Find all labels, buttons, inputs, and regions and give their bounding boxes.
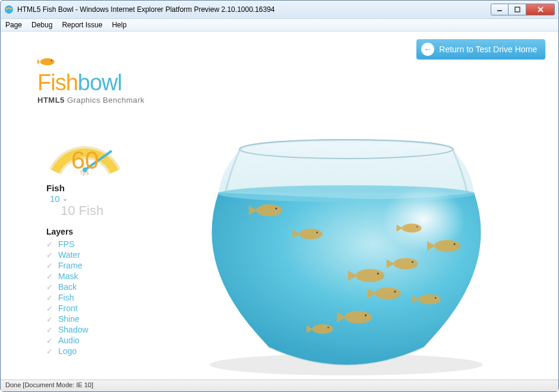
logo-part1: Fish bbox=[37, 70, 78, 95]
svg-point-28 bbox=[412, 261, 413, 263]
check-icon: ✓ bbox=[46, 336, 55, 345]
svg-point-43 bbox=[416, 226, 418, 227]
layer-toggle-shine[interactable]: ✓Shine bbox=[46, 314, 130, 324]
menu-debug[interactable]: Debug bbox=[31, 21, 52, 29]
svg-marker-6 bbox=[37, 59, 40, 64]
layer-toggle-back[interactable]: ✓Back bbox=[46, 282, 130, 292]
svg-point-37 bbox=[365, 314, 367, 316]
layer-toggle-fps[interactable]: ✓FPS bbox=[46, 239, 130, 249]
svg-point-5 bbox=[40, 58, 55, 65]
close-button[interactable] bbox=[526, 4, 555, 15]
window-controls bbox=[491, 4, 555, 15]
maximize-button[interactable] bbox=[509, 4, 526, 15]
logo-text: Fishbowl bbox=[37, 70, 144, 96]
svg-point-22 bbox=[377, 273, 379, 274]
menu-page[interactable]: Page bbox=[5, 21, 22, 29]
layers-header: Layers bbox=[46, 227, 130, 236]
fps-unit: fps bbox=[46, 170, 124, 176]
logo-part2: bowl bbox=[78, 70, 122, 95]
layer-toggle-water[interactable]: ✓Water bbox=[46, 249, 130, 260]
layer-toggle-frame[interactable]: ✓Frame bbox=[46, 260, 130, 271]
svg-point-34 bbox=[454, 244, 456, 245]
svg-point-26 bbox=[393, 258, 418, 270]
fish-count-display: 10 Fish bbox=[61, 203, 130, 219]
check-icon: ✓ bbox=[46, 261, 55, 270]
check-icon: ✓ bbox=[46, 325, 55, 334]
svg-point-19 bbox=[316, 232, 318, 233]
layer-toggle-audio[interactable]: ✓Audio bbox=[46, 335, 130, 346]
chevron-down-icon: ⌄ bbox=[62, 195, 68, 203]
svg-point-35 bbox=[345, 311, 372, 324]
return-home-button[interactable]: ← Return to Test Drive Home bbox=[416, 39, 545, 59]
fish-count-select[interactable]: 10 ⌄ bbox=[50, 194, 68, 204]
return-home-label: Return to Test Drive Home bbox=[439, 45, 537, 54]
check-icon: ✓ bbox=[46, 240, 55, 249]
layer-toggle-mask[interactable]: ✓Mask bbox=[46, 271, 130, 282]
logo: Fishbowl HTML5 Graphics Benchmark bbox=[37, 56, 144, 105]
sidebar-controls: 60 fps Fish 10 ⌄ 10 Fish Layers ✓FPS ✓Wa… bbox=[46, 127, 130, 356]
minimize-button[interactable] bbox=[491, 4, 509, 15]
menu-report-issue[interactable]: Report Issue bbox=[62, 21, 102, 29]
layer-toggle-front[interactable]: ✓Front bbox=[46, 303, 130, 314]
back-arrow-icon: ← bbox=[421, 43, 434, 56]
svg-point-16 bbox=[276, 208, 277, 210]
fps-gauge: 60 fps bbox=[46, 127, 124, 181]
svg-point-25 bbox=[394, 291, 396, 293]
window-title: HTML5 Fish Bowl - Windows Internet Explo… bbox=[17, 5, 491, 14]
check-icon: ✓ bbox=[46, 293, 55, 302]
svg-point-38 bbox=[312, 324, 333, 334]
svg-point-40 bbox=[327, 327, 329, 328]
logo-subtitle: HTML5 Graphics Benchmark bbox=[37, 96, 144, 105]
status-text: Done [Document Mode: IE 10] bbox=[5, 381, 93, 388]
svg-point-7 bbox=[50, 60, 52, 61]
layer-toggle-shadow[interactable]: ✓Shadow bbox=[46, 324, 130, 335]
svg-rect-2 bbox=[515, 7, 520, 12]
check-icon: ✓ bbox=[46, 304, 55, 313]
statusbar: Done [Document Mode: IE 10] bbox=[1, 380, 558, 391]
check-icon: ✓ bbox=[46, 251, 55, 260]
svg-point-20 bbox=[356, 269, 384, 282]
svg-point-31 bbox=[435, 297, 437, 299]
svg-point-29 bbox=[418, 295, 440, 305]
svg-point-32 bbox=[434, 240, 460, 252]
fish-label: Fish bbox=[46, 183, 65, 193]
layer-toggle-fish[interactable]: ✓Fish bbox=[46, 292, 130, 303]
svg-point-41 bbox=[402, 224, 422, 233]
layers-panel: Layers ✓FPS ✓Water ✓Frame ✓Mask ✓Back ✓F… bbox=[46, 227, 130, 356]
svg-point-17 bbox=[299, 229, 323, 239]
svg-point-14 bbox=[256, 204, 282, 216]
menubar: Page Debug Report Issue Help bbox=[1, 18, 558, 31]
ie-icon bbox=[4, 5, 14, 14]
window-frame: HTML5 Fish Bowl - Windows Internet Explo… bbox=[0, 0, 559, 392]
svg-point-23 bbox=[375, 287, 401, 299]
check-icon: ✓ bbox=[46, 315, 55, 324]
check-icon: ✓ bbox=[46, 272, 55, 281]
check-icon: ✓ bbox=[46, 347, 55, 356]
logo-fish-icon bbox=[37, 56, 61, 68]
menu-help[interactable]: Help bbox=[112, 21, 127, 29]
fishbowl-canvas bbox=[162, 115, 530, 377]
check-icon: ✓ bbox=[46, 283, 55, 292]
titlebar[interactable]: HTML5 Fish Bowl - Windows Internet Explo… bbox=[1, 1, 558, 18]
fish-count-control: Fish 10 ⌄ 10 Fish bbox=[46, 183, 130, 219]
layer-toggle-logo[interactable]: ✓Logo bbox=[46, 346, 130, 356]
content-area: ← Return to Test Drive Home Fishbowl HTM… bbox=[2, 32, 557, 378]
